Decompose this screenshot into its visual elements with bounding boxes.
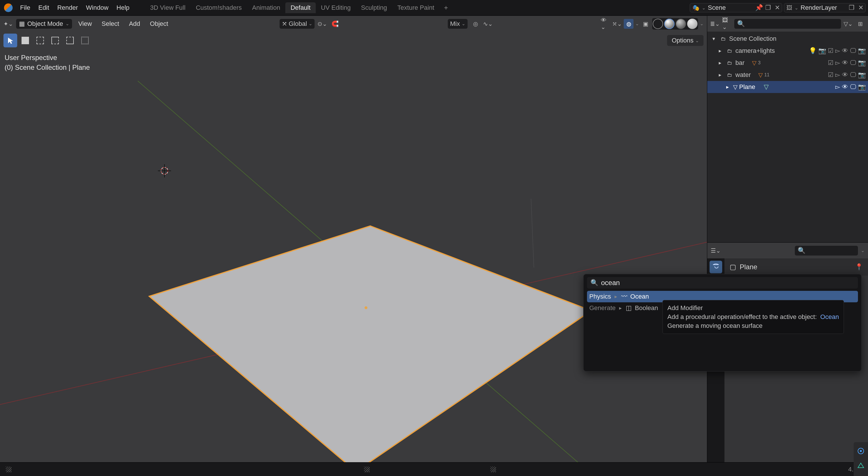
gizmos-icon[interactable]: ⤱⌄ — [612, 19, 622, 29]
outliner-editor-type-icon[interactable]: ≣⌄ — [710, 19, 720, 29]
area-corner-icon[interactable] — [6, 467, 11, 472]
outliner-item-selected[interactable]: ▸ ▽ Plane ▽ ▻ 👁 🖵 📷 — [707, 81, 868, 93]
pivot-icon[interactable]: ⊙⌄ — [317, 19, 327, 29]
viewport-menu-view[interactable]: View — [75, 19, 95, 29]
disclosure-icon[interactable]: ▸ — [716, 47, 724, 55]
render-icon[interactable]: 📷 — [858, 71, 866, 79]
props-tab-modifiers[interactable] — [710, 261, 722, 273]
viewport-display-icon[interactable]: 🖵 — [850, 83, 856, 91]
selectable-icon[interactable]: ▻ — [835, 59, 840, 67]
overlays-toggle-icon[interactable]: ◍ — [624, 19, 633, 29]
xray-icon[interactable]: ▣ — [641, 19, 650, 29]
visibility-icon[interactable]: 👁 — [842, 71, 848, 79]
interaction-mode[interactable]: ▦ Object Mode ⌄ — [16, 19, 72, 29]
menu-window[interactable]: Window — [82, 3, 113, 12]
tool-select-4[interactable] — [78, 34, 92, 48]
workspace-tab-active[interactable]: Default — [285, 2, 316, 13]
menu-file[interactable]: File — [16, 3, 34, 12]
copy-scene-icon[interactable]: ❐ — [764, 3, 773, 12]
editor-type-icon[interactable]: ✦⌄ — [3, 19, 13, 29]
outliner-item[interactable]: ▸ 🗀 water ▽ 11 ☑ ▻ 👁 🖵 📷 — [707, 69, 868, 81]
modifier-search-input[interactable] — [601, 279, 855, 287]
menu-render[interactable]: Render — [53, 3, 82, 12]
render-icon[interactable]: 📷 — [858, 83, 866, 91]
disclosure-icon[interactable]: ▸ — [716, 59, 724, 67]
viewport-menu-object[interactable]: Object — [146, 19, 172, 29]
delete-scene-icon[interactable]: ✕ — [773, 3, 782, 12]
visibility-icon[interactable]: 👁 — [842, 47, 848, 55]
snap-toggle-icon[interactable]: 🧲 — [330, 19, 340, 29]
menu-edit[interactable]: Edit — [34, 3, 53, 12]
viewlayer-selector[interactable]: 🖼 ⌄ ❐ ✕ — [784, 3, 866, 12]
copy-layer-icon[interactable]: ❐ — [847, 3, 856, 12]
shading-material[interactable] — [676, 19, 686, 29]
transform-orientation[interactable]: ⤧ Global ⌄ — [280, 19, 315, 29]
tool-select-3[interactable] — [63, 34, 77, 48]
side-tab-1[interactable] — [854, 444, 868, 458]
visibility-icon[interactable]: 👁 — [842, 83, 848, 91]
delete-layer-icon[interactable]: ✕ — [856, 3, 865, 12]
outliner-root[interactable]: ▾ 🗀 Scene Collection — [707, 33, 868, 45]
area-corner-icon[interactable] — [490, 467, 496, 472]
outliner-search-input[interactable] — [747, 20, 838, 27]
modifier-search-field[interactable]: 🔍 — [587, 277, 858, 289]
shading-rendered[interactable] — [687, 19, 698, 29]
workspace-tab[interactable]: 3D View Full — [145, 2, 191, 13]
visibility-icon[interactable]: 👁⌄ — [601, 19, 611, 29]
outliner-search[interactable]: 🔍 — [734, 19, 841, 29]
tool-select-2[interactable] — [48, 34, 62, 48]
workspace-tab[interactable]: Sculpting — [356, 2, 392, 13]
outliner-item[interactable]: ▸ 🗀 bar ▽ 3 ☑ ▻ 👁 🖵 📷 — [707, 57, 868, 69]
snap-mode[interactable]: Mix ⌄ — [448, 19, 468, 29]
shading-dropdown[interactable]: ⌄ — [700, 21, 704, 26]
viewport-menu-select[interactable]: Select — [98, 19, 123, 29]
selectable-icon[interactable]: ▻ — [835, 71, 840, 79]
tool-select-filled[interactable] — [19, 34, 32, 48]
disclosure-icon[interactable]: ▾ — [710, 35, 718, 43]
outliner-filter-icon[interactable]: ▽⌄ — [843, 19, 853, 29]
side-tab-2[interactable] — [854, 459, 868, 473]
workspace-tab[interactable]: Animation — [247, 2, 285, 13]
workspace-tab[interactable]: Texture Paint — [392, 2, 439, 13]
workspace-tab[interactable]: Custom!shaders — [191, 2, 247, 13]
workspace-tab[interactable]: UV Editing — [316, 2, 356, 13]
pin-icon[interactable]: 📌 — [754, 3, 764, 12]
proportional-falloff-icon[interactable]: ∿⌄ — [483, 19, 493, 29]
render-icon[interactable]: 📷 — [858, 47, 866, 55]
scene-name-input[interactable] — [706, 4, 754, 11]
shading-solid[interactable] — [664, 19, 675, 29]
viewport-display-icon[interactable]: 🖵 — [850, 47, 856, 55]
pin-icon[interactable]: 📍 — [855, 263, 863, 271]
checkbox-icon[interactable]: ☑ — [828, 47, 834, 55]
viewport-display-icon[interactable]: 🖵 — [850, 59, 856, 67]
shading-wireframe[interactable] — [653, 19, 663, 29]
area-corner-icon[interactable] — [364, 467, 370, 472]
disclosure-icon[interactable]: ▸ — [723, 83, 732, 91]
tool-options-button[interactable]: Options ⌄ — [667, 35, 704, 46]
selectable-icon[interactable]: ▻ — [835, 47, 840, 55]
tool-select-1[interactable] — [33, 34, 47, 48]
tool-select-box[interactable] — [3, 34, 17, 48]
workspace-add-button[interactable]: + — [442, 3, 451, 12]
scene-selector[interactable]: 🎭 ⌄ 📌 ❐ ✕ — [690, 3, 782, 12]
outliner-display-mode-icon[interactable]: 🖼⌄ — [722, 19, 732, 29]
props-options-icon[interactable]: ⌄ — [861, 248, 865, 253]
props-editor-type-icon[interactable]: ☰⌄ — [711, 246, 720, 256]
render-icon[interactable]: 📷 — [858, 59, 866, 67]
3d-viewport[interactable]: User Perspective (0) Scene Collection | … — [0, 49, 707, 462]
checkbox-icon[interactable]: ☑ — [828, 59, 834, 67]
selectable-icon[interactable]: ▻ — [835, 83, 840, 91]
outliner-new-collection-icon[interactable]: ⊞ — [856, 19, 865, 29]
viewport-menu-add[interactable]: Add — [125, 19, 144, 29]
viewport-display-icon[interactable]: 🖵 — [850, 71, 856, 79]
outliner-item[interactable]: ▸ 🗀 camera+lights 💡 📷 ☑ ▻ 👁 🖵 📷 — [707, 45, 868, 57]
disclosure-icon[interactable]: ▸ — [716, 71, 724, 79]
checkbox-icon[interactable]: ☑ — [828, 71, 834, 79]
properties-search-input[interactable] — [808, 247, 855, 254]
properties-search[interactable]: 🔍 — [795, 246, 858, 256]
visibility-icon[interactable]: 👁 — [842, 59, 848, 67]
overlays-dropdown[interactable]: ⌄ — [635, 21, 639, 26]
menu-help[interactable]: Help — [113, 3, 133, 12]
viewlayer-name-input[interactable] — [798, 4, 847, 11]
proportional-edit-icon[interactable]: ◎ — [470, 19, 480, 29]
